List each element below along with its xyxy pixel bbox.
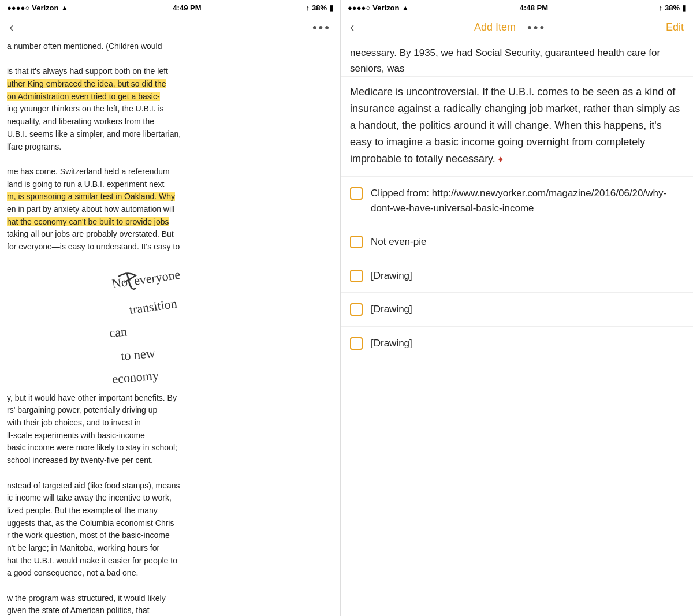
checkbox-2[interactable] bbox=[350, 236, 363, 248]
right-top-partial-text: necessary. By 1935, we had Social Securi… bbox=[341, 40, 693, 77]
checklist-text-4: [Drawing] bbox=[371, 302, 412, 317]
left-para-3: me has come. Switzerland held a referend… bbox=[7, 166, 333, 253]
left-para-4: y, but it would have other important ben… bbox=[7, 392, 333, 467]
right-more-button[interactable]: ••• bbox=[527, 20, 546, 35]
handwriting-area: Not everyone transition can to new econo… bbox=[95, 259, 245, 386]
left-back-button[interactable]: ‹ bbox=[9, 20, 13, 35]
checkbox-3[interactable] bbox=[350, 270, 363, 282]
diamond-icon: ♦ bbox=[498, 154, 503, 164]
checklist-text-2: Not even-pie bbox=[371, 234, 426, 249]
clipped-link-text: Clipped from: http://www.newyorker.com/m… bbox=[371, 186, 684, 215]
add-item-button[interactable]: Add Item bbox=[474, 21, 516, 33]
left-content: a number often mentioned. (Children woul… bbox=[0, 40, 340, 616]
right-nav-bar: ‹ Add Item ••• Edit bbox=[341, 15, 693, 40]
right-carrier: Verizon bbox=[372, 3, 399, 12]
right-time: 4:48 PM bbox=[520, 3, 548, 12]
svg-text:can: can bbox=[109, 324, 128, 340]
left-time: 4:49 PM bbox=[173, 3, 201, 12]
list-item: [Drawing] bbox=[341, 293, 693, 327]
checkbox-1[interactable] bbox=[350, 187, 363, 200]
edit-button[interactable]: Edit bbox=[666, 21, 684, 33]
right-battery-icon: ▮ bbox=[682, 3, 686, 12]
handwriting-svg: Not everyone transition can to new econo… bbox=[95, 259, 245, 386]
left-signal-dots: ●●●●○ bbox=[7, 3, 29, 12]
right-back-button[interactable]: ‹ bbox=[350, 20, 354, 35]
left-battery-icon: ▮ bbox=[329, 3, 333, 12]
right-signal-dots: ●●●●○ bbox=[348, 3, 370, 12]
left-panel: ●●●●○ Verizon ▲ 4:49 PM ↑ 38% ▮ ‹ ••• a … bbox=[0, 0, 341, 616]
left-status-left: ●●●●○ Verizon ▲ bbox=[7, 3, 68, 12]
right-status-bar: ●●●●○ Verizon ▲ 4:48 PM ↑ 38% ▮ bbox=[341, 0, 693, 15]
checklist-text-3: [Drawing] bbox=[371, 268, 412, 283]
svg-text:Not everyone: Not everyone bbox=[111, 267, 181, 290]
right-status-right: ↑ 38% ▮ bbox=[658, 3, 686, 12]
right-main-text: Medicare is uncontroversial. If the U.B.… bbox=[341, 77, 693, 177]
left-para-5: nstead of targeted aid (like food stamps… bbox=[7, 480, 333, 580]
svg-text:economy: economy bbox=[111, 368, 159, 386]
checklist-area: Clipped from: http://www.newyorker.com/m… bbox=[341, 177, 693, 360]
checkbox-5[interactable] bbox=[350, 337, 363, 350]
left-para-1: a number often mentioned. (Children woul… bbox=[7, 40, 333, 53]
right-battery: 38% bbox=[665, 3, 680, 12]
left-status-right: ↑ 38% ▮ bbox=[305, 3, 333, 12]
left-para-2: is that it's always had support both on … bbox=[7, 65, 333, 153]
left-carrier: Verizon bbox=[32, 3, 58, 12]
right-panel: ●●●●○ Verizon ▲ 4:48 PM ↑ 38% ▮ ‹ Add It… bbox=[341, 0, 693, 616]
left-nav-bar: ‹ ••• bbox=[0, 15, 340, 40]
checkbox-4[interactable] bbox=[350, 303, 363, 316]
left-arrow-icon: ↑ bbox=[305, 3, 310, 12]
list-item: Clipped from: http://www.newyorker.com/m… bbox=[341, 177, 693, 225]
svg-text:transition: transition bbox=[128, 296, 178, 316]
svg-text:to new: to new bbox=[120, 346, 155, 363]
left-para-6: w the program was structured, it would l… bbox=[7, 592, 333, 616]
right-status-left: ●●●●○ Verizon ▲ bbox=[348, 3, 409, 12]
right-wifi-icon: ▲ bbox=[402, 3, 409, 12]
left-more-button[interactable]: ••• bbox=[312, 20, 331, 35]
right-arrow-icon: ↑ bbox=[658, 3, 662, 12]
checklist-text-5: [Drawing] bbox=[371, 336, 412, 351]
list-item: [Drawing] bbox=[341, 259, 693, 293]
left-battery: 38% bbox=[312, 3, 327, 12]
list-item: [Drawing] bbox=[341, 327, 693, 361]
left-status-bar: ●●●●○ Verizon ▲ 4:49 PM ↑ 38% ▮ bbox=[0, 0, 340, 15]
list-item: Not even-pie bbox=[341, 225, 693, 259]
left-wifi-icon: ▲ bbox=[61, 3, 69, 12]
